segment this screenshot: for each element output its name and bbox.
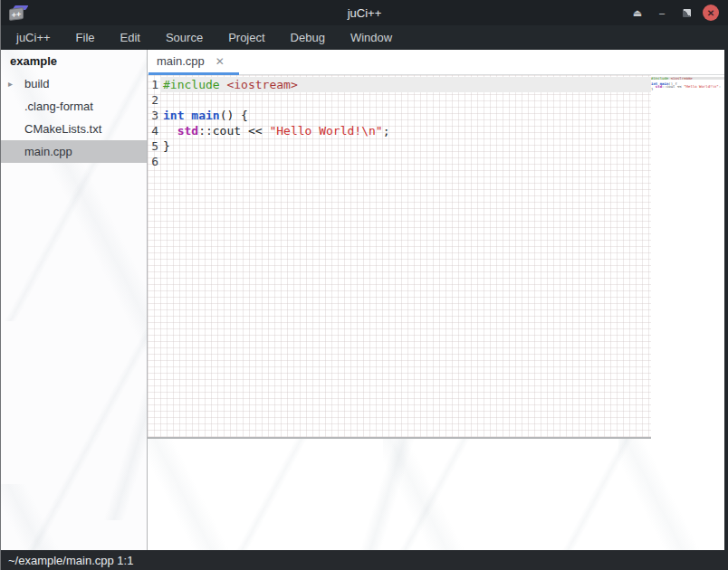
menu-item-file[interactable]: File bbox=[71, 31, 101, 44]
file-tree: ▸build.clang-formatCMakeLists.txtmain.cp… bbox=[1, 72, 147, 163]
code-line-2: 2 bbox=[148, 92, 651, 108]
code-region[interactable]: 1#include <iostream>23int main() {4 std:… bbox=[148, 75, 651, 437]
code-editor[interactable]: 1#include <iostream>23int main() {4 std:… bbox=[148, 75, 728, 437]
tab-close-icon[interactable]: ✕ bbox=[216, 55, 225, 68]
minimap-line bbox=[651, 90, 724, 93]
menu-item-project[interactable]: Project bbox=[223, 31, 270, 44]
shade-button[interactable]: ⏏ bbox=[629, 5, 646, 21]
juci-window: ++ juCi++ ⏏ – ✕ juCi++FileEditSourceProj… bbox=[0, 0, 728, 570]
code-line-3: 3int main() { bbox=[148, 108, 651, 123]
close-button[interactable]: ✕ bbox=[703, 5, 719, 21]
close-icon: ✕ bbox=[707, 8, 714, 18]
menu-item-juci[interactable]: juCi++ bbox=[11, 31, 56, 44]
tree-item-label: build bbox=[24, 77, 49, 90]
app-icon-face: ++ bbox=[9, 7, 24, 21]
minimize-icon: – bbox=[659, 7, 665, 18]
minimize-button[interactable]: – bbox=[654, 5, 670, 21]
code-line-6: 6 bbox=[148, 154, 651, 169]
terminal-panel[interactable] bbox=[148, 439, 728, 550]
window-title: juCi++ bbox=[1, 6, 728, 20]
window-controls: ⏏ – ✕ bbox=[629, 5, 728, 21]
status-bar: ~/example/main.cpp 1:1 bbox=[1, 550, 728, 570]
main-area: example ▸build.clang-formatCMakeLists.tx… bbox=[1, 50, 728, 550]
code-line-5: 5} bbox=[148, 138, 651, 154]
tree-item-build[interactable]: ▸build bbox=[1, 72, 147, 95]
expander-arrow-icon[interactable]: ▸ bbox=[8, 72, 13, 95]
line-number: 5 bbox=[148, 138, 158, 154]
tree-item-clang-format[interactable]: .clang-format bbox=[1, 95, 147, 118]
file-tree-sidebar: example ▸build.clang-formatCMakeLists.tx… bbox=[1, 50, 148, 550]
shade-icon: ⏏ bbox=[633, 7, 642, 19]
menu-item-edit[interactable]: Edit bbox=[115, 31, 146, 44]
status-text: ~/example/main.cpp 1:1 bbox=[8, 554, 133, 567]
editor-pane: main.cpp ✕ 1#include <iostream>23int mai… bbox=[148, 50, 728, 550]
vertical-scrollbar[interactable] bbox=[724, 50, 728, 550]
line-number: 2 bbox=[148, 92, 158, 108]
app-icon: ++ bbox=[9, 4, 29, 22]
line-number: 4 bbox=[148, 123, 158, 138]
tab-bar: main.cpp ✕ bbox=[148, 50, 728, 75]
minimap-line: std::cout << "Hello World!\n"; bbox=[651, 85, 724, 88]
title-bar: ++ juCi++ ⏏ – ✕ bbox=[1, 0, 728, 25]
code-line-1: 1#include <iostream> bbox=[148, 77, 651, 92]
tab-label: main.cpp bbox=[157, 54, 205, 68]
tree-root-label: example bbox=[1, 50, 147, 72]
tree-item-main-cpp[interactable]: main.cpp bbox=[1, 140, 147, 163]
tree-item-cmakelists-txt[interactable]: CMakeLists.txt bbox=[1, 118, 147, 140]
menu-item-window[interactable]: Window bbox=[345, 31, 398, 44]
tree-item-label: CMakeLists.txt bbox=[24, 122, 101, 136]
source-minimap[interactable]: #include <iostream>int main() { std::cou… bbox=[651, 75, 724, 439]
maximize-button[interactable] bbox=[678, 5, 694, 21]
tab-main-cpp[interactable]: main.cpp ✕ bbox=[148, 50, 239, 75]
maximize-icon bbox=[683, 9, 691, 17]
tree-item-label: .clang-format bbox=[24, 100, 93, 113]
line-number: 6 bbox=[148, 154, 158, 169]
code-lines[interactable]: 1#include <iostream>23int main() {4 std:… bbox=[148, 75, 651, 169]
line-number: 1 bbox=[148, 77, 158, 92]
menu-bar: juCi++FileEditSourceProjectDebugWindow bbox=[1, 25, 728, 50]
line-number: 3 bbox=[148, 108, 158, 123]
code-line-4: 4 std::cout << "Hello World!\n"; bbox=[148, 123, 651, 138]
tree-item-label: main.cpp bbox=[24, 145, 72, 158]
menu-item-debug[interactable]: Debug bbox=[285, 31, 330, 44]
menu-item-source[interactable]: Source bbox=[160, 31, 208, 44]
